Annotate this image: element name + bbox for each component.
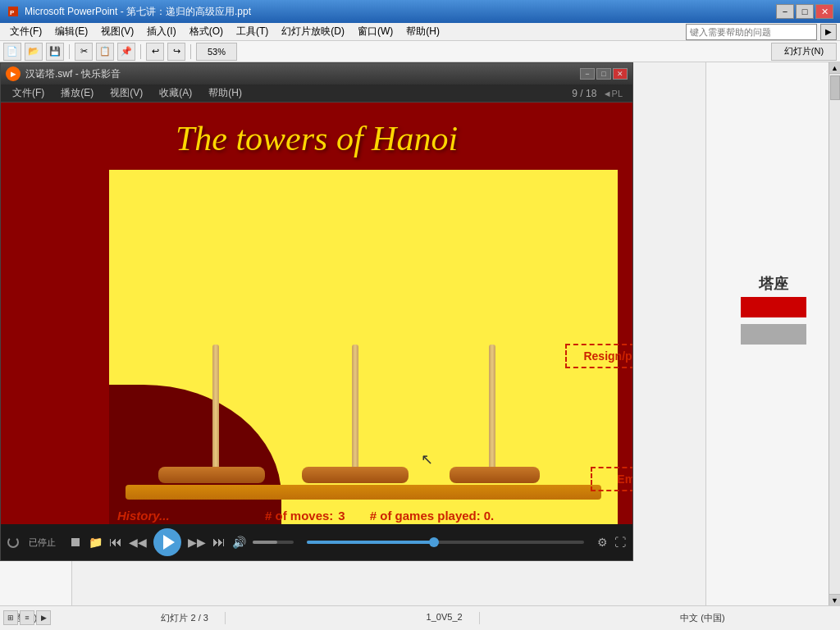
window-title: Microsoft PowerPoint - 第七讲：递归的高级应用.ppt — [25, 5, 776, 19]
player-menu-file[interactable]: 文件(F) — [4, 84, 52, 102]
color-block-gray — [741, 324, 806, 345]
window-controls: − □ ✕ — [776, 4, 833, 19]
toolbar-undo[interactable]: ↩ — [146, 43, 164, 61]
toolbar-paste[interactable]: 📌 — [117, 43, 135, 61]
status-slide-name: 1_0V5_2 — [410, 612, 480, 624]
email-button-area: Email — [1, 483, 632, 508]
volume-bar[interactable] — [253, 541, 294, 544]
tower-3 — [450, 467, 540, 483]
cursor: ↖ — [421, 450, 433, 468]
game-title: The towers of Hanoi — [1, 103, 632, 167]
help-search-input[interactable] — [686, 24, 817, 40]
next-skip-button[interactable]: ⏭ — [212, 535, 226, 550]
ppt-icon: P — [7, 5, 20, 18]
slides-button[interactable]: 幻灯片(N) — [771, 43, 837, 61]
toolbar: 📄 📂 💾 ✂ 📋 📌 ↩ ↪ 53% 幻灯片(N) — [0, 41, 840, 62]
player-close[interactable]: ✕ — [613, 68, 628, 80]
status-language: 中文 (中国) — [664, 612, 741, 624]
power-icon — [7, 536, 19, 548]
tower-1-pole — [212, 345, 219, 472]
scroll-up-arrow[interactable]: ▲ — [829, 62, 841, 74]
player-minimize[interactable]: − — [580, 68, 595, 80]
stats-row: History... # of moves: 3 # of games play… — [117, 509, 609, 523]
player-page-number: 9 / 18 — [572, 88, 596, 99]
menu-insert[interactable]: 插入(I) — [140, 23, 182, 40]
svg-text:P: P — [10, 9, 15, 16]
player-menu: 文件(F) 播放(E) 视图(V) 收藏(A) 帮助(H) 9 / 18 ◄PL — [1, 84, 632, 103]
menu-file[interactable]: 文件(F) — [3, 23, 48, 40]
menu-bar: 文件(F) 编辑(E) 视图(V) 插入(I) 格式(O) 工具(T) 幻灯片放… — [0, 23, 840, 41]
tower-3-base — [450, 467, 540, 483]
status-text: 已停止 — [29, 536, 56, 549]
player-menu-play[interactable]: 播放(E) — [52, 84, 102, 102]
volume-icon[interactable]: 🔊 — [232, 536, 246, 549]
history-link[interactable]: History... — [117, 509, 216, 523]
maximize-button[interactable]: □ — [796, 4, 814, 19]
tower-1-base — [158, 467, 265, 483]
games-label: # of games played: — [370, 509, 481, 523]
toolbar-redo[interactable]: ↪ — [167, 43, 185, 61]
volume-fill — [253, 541, 277, 544]
tower-2-pole — [352, 345, 358, 472]
player-menu-help[interactable]: 帮助(H) — [200, 84, 250, 102]
games-count: 0. — [484, 509, 495, 523]
scroll-thumb[interactable] — [830, 75, 840, 100]
menu-edit[interactable]: 编辑(E) — [48, 23, 94, 40]
tower-1 — [158, 467, 265, 483]
progress-knob — [429, 537, 439, 547]
help-go-button[interactable]: ▶ — [820, 24, 837, 40]
moves-count: 3 — [338, 509, 345, 523]
close-button[interactable]: ✕ — [815, 4, 833, 19]
view-outline-icon[interactable]: ≡ — [20, 610, 34, 625]
game-area: The towers of Hanoi — [1, 103, 632, 524]
menu-help[interactable]: 帮助(H) — [399, 23, 446, 40]
playing-area: ↖ History... # of moves: 3 # of games pl… — [109, 170, 618, 524]
view-normal-icon[interactable]: ⊞ — [3, 610, 18, 625]
title-bar: P Microsoft PowerPoint - 第七讲：递归的高级应用.ppt… — [0, 0, 840, 23]
toolbar-cut[interactable]: ✂ — [75, 43, 93, 61]
toolbar-new[interactable]: 📄 — [3, 43, 21, 61]
settings-icon[interactable]: ⚙ — [597, 536, 608, 549]
menu-window[interactable]: 窗口(W) — [351, 23, 399, 40]
scroll-down-arrow[interactable]: ▼ — [829, 594, 841, 605]
menu-format[interactable]: 格式(O) — [183, 23, 230, 40]
next-frame-button[interactable]: ▶▶ — [188, 536, 206, 549]
tower-3-pole — [489, 345, 495, 472]
moves-label: # of moves: — [265, 509, 333, 523]
tower-label: 塔座 — [759, 274, 788, 294]
player-controls: 已停止 ⏹ 📁 ⏮ ◀◀ ▶▶ ⏭ 🔊 — [1, 524, 632, 560]
progress-bar[interactable] — [307, 541, 584, 544]
player-pl-badge: ◄PL — [603, 89, 623, 98]
player-logo: ▶ — [6, 66, 21, 81]
toolbar-save[interactable]: 💾 — [46, 43, 64, 61]
fullscreen-icon[interactable]: ⛶ — [614, 536, 626, 549]
stop-button[interactable]: ⏹ — [69, 535, 82, 550]
prev-frame-button[interactable]: ◀◀ — [129, 536, 147, 549]
resign-button[interactable]: Resign/play again — [565, 344, 632, 368]
player-window: ▶ 汉诺塔.swf - 快乐影音 − □ ✕ 文件(F) 播放(E) 视图(V)… — [0, 62, 633, 561]
menu-view[interactable]: 视图(V) — [94, 23, 140, 40]
menu-tools[interactable]: 工具(T) — [230, 23, 275, 40]
player-title: 汉诺塔.swf - 快乐影音 — [25, 67, 578, 81]
color-block-red — [741, 297, 806, 317]
player-menu-bookmarks[interactable]: 收藏(A) — [151, 84, 200, 102]
toolbar-copy[interactable]: 📋 — [96, 43, 114, 61]
player-menu-view[interactable]: 视图(V) — [102, 84, 151, 102]
email-button[interactable]: Email — [591, 467, 632, 491]
player-page-info: 9 / 18 ◄PL — [572, 88, 629, 99]
view-slideshow-icon[interactable]: ▶ — [36, 610, 51, 625]
toolbar-zoom[interactable]: 53% — [196, 43, 237, 61]
menu-slideshow[interactable]: 幻灯片放映(D) — [275, 23, 351, 40]
ppt-window: P Microsoft PowerPoint - 第七讲：递归的高级应用.ppt… — [0, 0, 840, 630]
play-button[interactable] — [153, 528, 181, 556]
minimize-button[interactable]: − — [776, 4, 794, 19]
tower-2 — [302, 467, 409, 483]
prev-skip-button[interactable]: ⏮ — [109, 535, 122, 550]
status-slide-info: 幻灯片 2 / 3 — [144, 612, 225, 624]
toolbar-open[interactable]: 📂 — [25, 43, 43, 61]
player-maximize[interactable]: □ — [596, 68, 611, 80]
scrollbar[interactable]: ▲ ▼ — [829, 62, 840, 605]
folder-button[interactable]: 📁 — [89, 536, 103, 549]
status-bar: 绘图(R)▼ 幻灯片 2 / 3 1_0V5_2 中文 (中国) ⊞ ≡ ▶ — [0, 605, 840, 630]
player-title-bar: ▶ 汉诺塔.swf - 快乐影音 − □ ✕ — [1, 63, 632, 84]
